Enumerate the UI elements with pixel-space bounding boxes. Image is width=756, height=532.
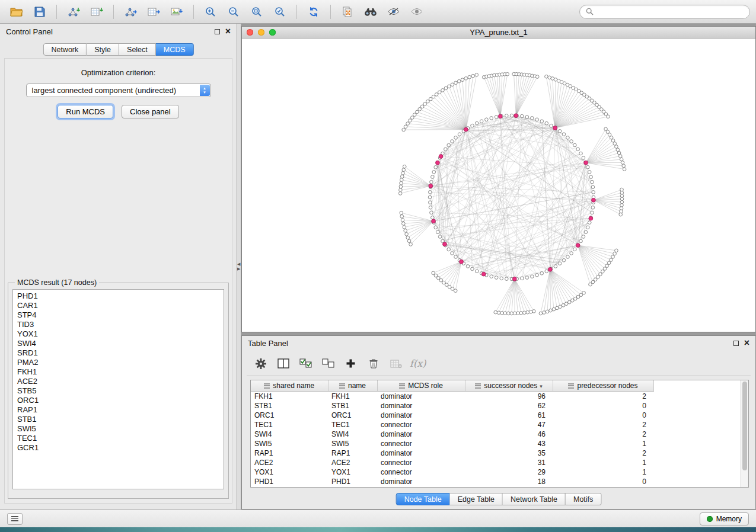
mcds-result-item[interactable]: FKH1 [13, 367, 224, 377]
export-network-icon [125, 7, 137, 17]
cell-name: RAP1 [328, 448, 377, 458]
graphics-details-button[interactable] [383, 2, 404, 21]
search-input[interactable] [597, 8, 744, 16]
zoom-in-icon [205, 6, 216, 18]
float-table-panel-icon[interactable] [733, 341, 739, 346]
maximize-window-button[interactable] [269, 29, 276, 36]
network-canvas[interactable] [242, 39, 755, 332]
tab-select[interactable]: Select [119, 43, 156, 56]
mcds-result-item[interactable]: SRD1 [13, 348, 224, 358]
mcds-result-item[interactable]: PMA2 [13, 358, 224, 367]
optimization-criterion-select[interactable]: largest connected component (undirected)… [26, 84, 211, 97]
close-panel-icon[interactable]: × [225, 28, 231, 34]
column-header-predecessor-nodes[interactable]: predecessor nodes [553, 380, 653, 391]
mcds-result-item[interactable]: SWI4 [13, 339, 224, 348]
column-header-shared-name[interactable]: shared name [251, 380, 328, 391]
table-row-PHD1[interactable]: PHD1PHD1dominator180 [251, 477, 741, 486]
import-table-button[interactable] [86, 2, 107, 21]
tab-mcds[interactable]: MCDS [156, 43, 194, 56]
memory-button[interactable]: Memory [700, 512, 749, 525]
expand-right-icon[interactable]: ▶ [237, 267, 240, 271]
table-row-SWI4[interactable]: SWI4SWI4dominator462 [251, 430, 741, 439]
table-settings-button[interactable] [252, 355, 269, 373]
status-menu-button[interactable] [7, 513, 23, 525]
eye-button[interactable] [406, 2, 428, 21]
table-row-STB1[interactable]: STB1STB1dominator620 [251, 401, 741, 411]
cell-mcds_role: dominator [377, 448, 465, 458]
column-menu-icon [475, 383, 481, 389]
zoom-selected-button[interactable] [269, 2, 291, 21]
mcds-result-item[interactable]: PHD1 [13, 291, 224, 301]
table-row-FKH1[interactable]: FKH1FKH1dominator962 [251, 391, 741, 401]
scrollbar-thumb[interactable] [742, 382, 747, 470]
table-row-RAP1[interactable]: RAP1RAP1dominator352 [251, 448, 741, 458]
cell-shared_name: ORC1 [251, 411, 328, 420]
mcds-result-item[interactable]: ORC1 [13, 396, 224, 405]
close-window-button[interactable] [247, 29, 253, 36]
mcds-result-item[interactable]: RAP1 [13, 405, 224, 415]
sort-arrow-icon: ▾ [540, 383, 543, 389]
trash-icon [369, 358, 378, 369]
tab-style[interactable]: Style [87, 43, 119, 56]
tab-node-table[interactable]: Node Table [396, 493, 450, 505]
cell-shared_name: PHD1 [251, 477, 328, 486]
show-columns-button[interactable] [275, 355, 292, 373]
export-image-button[interactable] [166, 2, 187, 21]
mcds-result-list[interactable]: PHD1CAR1STP4TID3YOX1SWI4SRD1PMA2FKH1ACE2… [12, 289, 224, 489]
delete-column-button[interactable] [365, 355, 382, 373]
tab-motifs[interactable]: Motifs [566, 493, 601, 505]
mcds-result-item[interactable]: GCR1 [13, 443, 224, 453]
mcds-result-item[interactable]: TID3 [13, 320, 224, 329]
network-window-titlebar[interactable]: YPA_prune.txt_1 [242, 27, 755, 39]
cell-name: FKH1 [328, 391, 377, 401]
zoom-out-button[interactable] [223, 2, 244, 21]
import-network-button[interactable] [63, 2, 84, 21]
export-network-button[interactable] [120, 2, 141, 21]
column-header-successor-nodes[interactable]: successor nodes▾ [465, 380, 553, 391]
mcds-result-item[interactable]: TEC1 [13, 434, 224, 443]
select-all-button[interactable] [297, 355, 314, 373]
table-scrollbar[interactable] [741, 380, 748, 487]
node-table: shared namenameMCDS rolesuccessor nodes▾… [250, 380, 749, 488]
tab-network[interactable]: Network [43, 43, 87, 56]
column-header-name[interactable]: name [328, 380, 377, 391]
minimize-window-button[interactable] [258, 29, 264, 36]
table-row-TEC1[interactable]: TEC1TEC1connector472 [251, 420, 741, 430]
table-row-YOX1[interactable]: YOX1YOX1connector291 [251, 467, 741, 477]
mcds-result-item[interactable]: STP4 [13, 310, 224, 320]
mcds-result-item[interactable]: SWI5 [13, 424, 224, 434]
cell-successor_nodes: 96 [465, 391, 553, 401]
collapse-left-icon[interactable]: ◀ [237, 262, 240, 267]
tab-edge-table[interactable]: Edge Table [450, 493, 503, 505]
mcds-result-item[interactable]: STB5 [13, 386, 224, 396]
mcds-result-item[interactable]: STB1 [13, 415, 224, 424]
mcds-result-item[interactable]: YOX1 [13, 329, 224, 339]
run-mcds-button[interactable]: Run MCDS [58, 105, 113, 118]
float-panel-icon[interactable] [215, 29, 220, 34]
add-column-button[interactable] [342, 355, 359, 373]
column-header-MCDS-role[interactable]: MCDS role [377, 380, 465, 391]
zoom-fit-button[interactable] [246, 2, 267, 21]
deselect-all-button[interactable] [320, 355, 337, 373]
search-network-button[interactable] [360, 2, 381, 21]
panel-splitter[interactable]: ◀ ▶ [237, 24, 241, 509]
clone-network-button[interactable] [337, 2, 358, 21]
save-icon [34, 7, 45, 17]
open-file-button[interactable] [6, 2, 27, 21]
refresh-button[interactable] [303, 2, 324, 21]
mcds-result-item[interactable]: ACE2 [13, 377, 224, 386]
table-row-ORC1[interactable]: ORC1ORC1dominator610 [251, 411, 741, 420]
tab-network-table[interactable]: Network Table [503, 493, 566, 505]
cell-mcds_role: dominator [377, 401, 465, 411]
network-graph[interactable] [242, 39, 755, 332]
network-view-window: YPA_prune.txt_1 [241, 26, 756, 332]
table-row-ACE2[interactable]: ACE2ACE2connector311 [251, 458, 741, 467]
save-button[interactable] [29, 2, 50, 21]
table-row-SWI5[interactable]: SWI5SWI5connector431 [251, 439, 741, 448]
export-table-button[interactable] [143, 2, 164, 21]
close-table-panel-icon[interactable]: × [744, 340, 749, 346]
close-panel-button[interactable]: Close panel [122, 105, 179, 118]
cell-name: YOX1 [328, 467, 377, 477]
mcds-result-item[interactable]: CAR1 [13, 301, 224, 310]
zoom-in-button[interactable] [200, 2, 221, 21]
